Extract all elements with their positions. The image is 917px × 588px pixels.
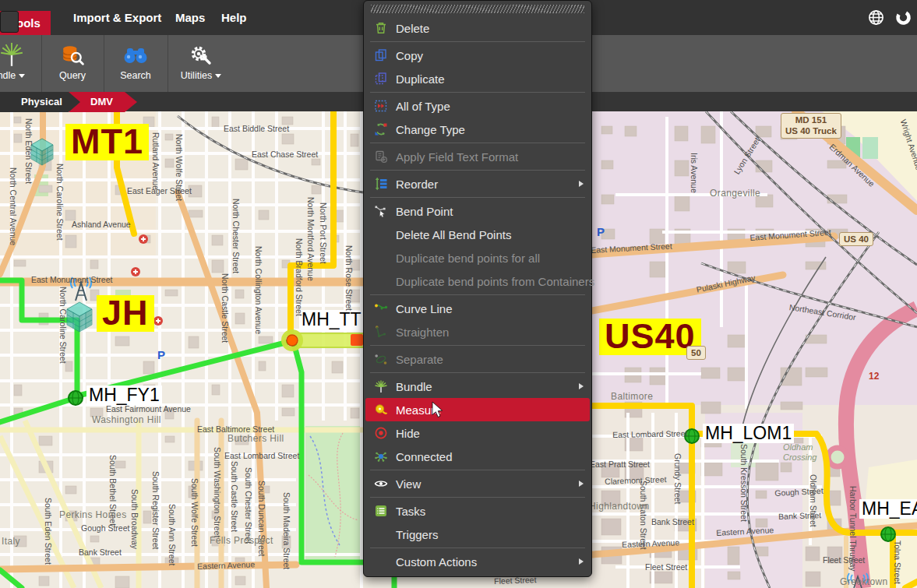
toolbar-button-utilities[interactable]: Utilities (168, 35, 235, 92)
chevron-down-icon (19, 74, 25, 78)
toolbar-label-bundle: ndle (0, 70, 16, 81)
submenu-arrow-icon (579, 383, 584, 389)
menu-grip-handle[interactable] (371, 5, 584, 13)
menu-item-delete-all-bend-points[interactable]: Delete All Bend Points (364, 223, 591, 246)
menu-divider (370, 92, 585, 93)
menu-item-straighten[interactable]: Straighten (364, 320, 591, 343)
reorder-icon (373, 177, 389, 191)
duplicate-icon (373, 72, 389, 86)
menu-item-copy[interactable]: Copy (364, 44, 591, 67)
menu-item-measure[interactable]: Measure (365, 398, 590, 421)
measure-icon (373, 403, 389, 417)
bend-point-icon (373, 204, 389, 218)
toolbar-label-query: Query (59, 70, 86, 81)
hide-icon (373, 426, 389, 440)
menu-divider (370, 372, 585, 373)
context-menu: Delete Copy Duplicate All of Type Change… (363, 0, 592, 577)
donut-icon[interactable] (894, 9, 912, 26)
menu-item-connected[interactable]: Connected (364, 445, 591, 468)
menu-divider (370, 345, 585, 346)
no-icon (373, 251, 389, 265)
menu-item-custom-actions[interactable]: Custom Actions (364, 550, 591, 573)
no-icon (373, 274, 389, 288)
menu-item-reorder[interactable]: Reorder (364, 172, 591, 195)
menu-divider (370, 170, 585, 171)
menu-item-tasks[interactable]: Tasks (364, 499, 591, 523)
menu-item-triggers[interactable]: Triggers (364, 523, 591, 546)
change-type-icon (373, 122, 389, 136)
menu-item-delete[interactable]: Delete (364, 16, 591, 40)
submenu-arrow-icon (579, 181, 584, 187)
menu-item-bend-point[interactable]: Bend Point (364, 199, 591, 223)
database-query-icon (60, 42, 85, 69)
toolbar-button-search[interactable]: Search (104, 35, 168, 92)
menu-item-curve-line[interactable]: Curve Line (364, 297, 591, 320)
junction-point[interactable] (284, 332, 301, 349)
view-icon (373, 477, 389, 491)
menu-divider (370, 548, 585, 548)
no-icon (373, 527, 389, 541)
tab-physical[interactable]: Physical (21, 96, 62, 107)
feature-finder-button[interactable] (0, 11, 19, 33)
menu-item-change-type[interactable]: Change Type (364, 118, 591, 141)
menubar-item-maps[interactable]: Maps (175, 0, 205, 35)
field-text-format-icon (373, 150, 389, 164)
toolbar-button-query[interactable]: Query (41, 35, 104, 92)
bundle-icon (373, 379, 389, 393)
binoculars-icon (122, 42, 149, 69)
connected-icon (373, 449, 389, 463)
menu-item-separate[interactable]: Separate (364, 347, 591, 371)
no-icon (373, 555, 389, 569)
menu-divider (370, 41, 585, 42)
copy-icon (373, 48, 389, 62)
tab-dmv[interactable]: DMV (90, 96, 113, 107)
no-icon (373, 227, 389, 241)
curve-line-icon (373, 301, 389, 315)
park-area (305, 426, 365, 563)
menu-item-duplicate-bend-points-for-all[interactable]: Duplicate bend points for all (364, 246, 591, 269)
menu-divider (370, 294, 585, 295)
menu-item-duplicate-bend-points-from-containers[interactable]: Duplicate bend points from Containers (364, 269, 591, 293)
menu-item-bundle[interactable]: Bundle (364, 375, 591, 398)
submenu-arrow-icon (579, 481, 584, 487)
menu-item-view[interactable]: View (364, 472, 591, 495)
menu-item-apply-field-text-format[interactable]: Apply Field Text Format (364, 145, 591, 168)
roundabout (828, 448, 847, 467)
toolbar-button-bundle[interactable]: ndle (0, 35, 41, 92)
gear-wrench-icon (188, 42, 214, 69)
trash-icon (373, 21, 389, 35)
globe-icon[interactable] (867, 9, 885, 26)
app-window: MT1 JH US40 MH_TT MH_FY1 MH_LOM1 MH_EA M… (0, 0, 917, 588)
separate-icon (373, 352, 389, 366)
tasks-icon (373, 504, 389, 518)
toolbar-label-utilities: Utilities (181, 70, 212, 81)
menu-divider (370, 197, 585, 198)
menu-item-hide[interactable]: Hide (364, 421, 591, 445)
chevron-down-icon (215, 74, 221, 78)
submenu-arrow-icon (579, 558, 584, 565)
menu-divider (370, 470, 585, 470)
menubar-item-import-export[interactable]: Import & Export (73, 0, 161, 35)
all-of-type-icon (373, 99, 389, 113)
menu-item-duplicate[interactable]: Duplicate (364, 67, 591, 90)
menu-item-all-of-type[interactable]: All of Type (364, 94, 591, 118)
straighten-icon (373, 325, 389, 339)
mouse-cursor (432, 401, 444, 419)
menubar-item-help[interactable]: Help (221, 0, 247, 35)
toolbar-label-search: Search (120, 70, 151, 81)
menu-divider (370, 143, 585, 143)
bundle-splay-icon (0, 42, 24, 69)
menu-divider (370, 497, 585, 498)
